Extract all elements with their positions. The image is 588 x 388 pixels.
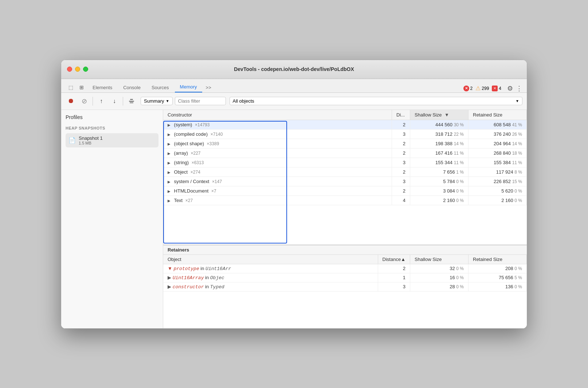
chevron-down-icon-2: ▼ — [516, 99, 519, 103]
stop-button[interactable]: ⊘ — [79, 96, 90, 107]
tab-memory[interactable]: Memory — [175, 82, 202, 92]
error-badge[interactable]: ✕ 2 — [463, 86, 473, 91]
table-row[interactable]: ▶ Object ×274 2 7 656 1 % 117 924 8 % — [163, 167, 527, 177]
ret-expand-icon[interactable]: ▶ — [168, 284, 171, 289]
download-button[interactable]: ↓ — [109, 96, 120, 107]
distance-cell: 2 — [392, 120, 410, 129]
ret-suffix: Objec — [210, 275, 224, 281]
expand-icon[interactable]: ▶ — [168, 132, 173, 136]
right-panel: Constructor Di... Shallow Size ▼ Retaine… — [163, 110, 527, 328]
warning-badge[interactable]: ⚠ 299 — [475, 85, 489, 92]
tab-elements[interactable]: Elements — [87, 83, 117, 92]
constructor-header[interactable]: Constructor — [163, 110, 392, 120]
class-filter-input[interactable] — [175, 97, 226, 105]
tab-sources[interactable]: Sources — [146, 83, 174, 92]
snapshot-size: 1.5 MB — [79, 141, 103, 145]
toolbar-separator-2 — [123, 97, 123, 106]
more-options-icon[interactable]: ⋮ — [516, 84, 522, 92]
expand-icon[interactable]: ▶ — [168, 161, 173, 165]
distance-cell: 2 — [392, 167, 410, 177]
ret-retained-cell: 208 0 % — [469, 264, 527, 273]
shallow-cell: 167 416 11 % — [410, 148, 469, 158]
ret-distance-cell: 3 — [378, 282, 410, 291]
table-row[interactable]: ▶ (array) ×227 2 167 416 11 % 268 840 18… — [163, 148, 527, 158]
table-row[interactable]: ▶ (system) ×14793 2 444 560 30 % 608 548… — [163, 120, 527, 129]
expand-icon[interactable]: ▶ — [168, 123, 173, 127]
more-tabs[interactable]: >> — [203, 83, 214, 92]
ret-expand-icon[interactable]: ▼ — [168, 266, 172, 271]
device-icon[interactable]: ⊞ — [77, 82, 87, 92]
svg-rect-2 — [130, 102, 133, 103]
retainer-row[interactable]: ▶ Uint16Array in Objec 1 16 0 % 75 656 5… — [163, 273, 527, 282]
constructor-cell: ▶ (system) ×14793 — [163, 120, 392, 129]
expand-icon[interactable]: ▶ — [168, 189, 173, 193]
heap-table-container[interactable]: Constructor Di... Shallow Size ▼ Retaine… — [163, 110, 527, 245]
summary-dropdown[interactable]: Summary ▼ — [141, 97, 173, 105]
window-title: DevTools - codepen.io/web-dot-dev/live/P… — [234, 66, 354, 72]
count-badge: ×227 — [191, 151, 201, 156]
retainer-row[interactable]: ▶ constructor in Typed 3 28 0 % 136 0 % — [163, 282, 527, 291]
settings-icon[interactable]: ⚙ — [507, 84, 513, 92]
ret-expand-icon[interactable]: ▶ — [168, 275, 171, 280]
ret-suffix: Typed — [210, 284, 224, 290]
action-toolbar: ⏺ ⊘ ↑ ↓ Summary ▼ All objects ▼ — [61, 93, 527, 110]
distance-header[interactable]: Di... — [392, 110, 410, 120]
retained-cell: 608 548 41 % — [469, 120, 527, 129]
svg-rect-1 — [130, 99, 133, 100]
expand-icon[interactable]: ▶ — [168, 142, 173, 146]
clean-button[interactable] — [126, 96, 137, 107]
close-button[interactable] — [67, 67, 72, 72]
ret-prefix: prototype — [174, 266, 199, 272]
expand-icon[interactable]: ▶ — [168, 151, 173, 155]
retainer-row[interactable]: ▼ prototype in Uint16Arr 2 32 0 % 208 0 … — [163, 264, 527, 273]
maximize-button[interactable] — [83, 67, 88, 72]
chevron-down-icon: ▼ — [166, 99, 169, 103]
constructor-cell: ▶ (object shape) ×3389 — [163, 139, 392, 148]
ret-shallow-header[interactable]: Shallow Size — [410, 255, 469, 264]
info-badge[interactable]: ✕ 4 — [492, 86, 501, 91]
ret-prefix: constructor — [173, 284, 204, 290]
ret-distance-header[interactable]: Distance▲ — [378, 255, 410, 264]
info-count: 4 — [499, 86, 501, 91]
all-objects-dropdown[interactable]: All objects ▼ — [230, 97, 522, 105]
all-objects-label: All objects — [233, 98, 254, 104]
table-row[interactable]: ▶ (string) ×6313 3 155 344 11 % 155 384 … — [163, 158, 527, 167]
count-badge: ×6313 — [192, 160, 204, 165]
constructor-cell: ▶ (array) ×227 — [163, 148, 392, 158]
record-button[interactable]: ⏺ — [66, 96, 77, 107]
traffic-lights — [67, 67, 88, 72]
upload-button[interactable]: ↑ — [96, 96, 107, 107]
ret-shallow-cell: 28 0 % — [410, 282, 469, 291]
expand-icon[interactable]: ▶ — [168, 170, 173, 174]
ret-retained-header[interactable]: Retained Size — [469, 255, 527, 264]
ret-object-header[interactable]: Object — [163, 255, 378, 264]
sidebar: Profiles HEAP SNAPSHOTS 📄 Snapshot 1 1.5… — [61, 110, 163, 328]
retained-size-header[interactable]: Retained Size — [469, 110, 527, 120]
table-row[interactable]: ▶ Text ×27 4 2 160 0 % 2 160 0 % — [163, 195, 527, 205]
table-row[interactable]: ▶ system / Context ×147 3 5 784 0 % 226 … — [163, 177, 527, 186]
count-badge: ×7140 — [211, 132, 223, 137]
warn-count: 299 — [482, 86, 489, 91]
shallow-cell: 2 160 0 % — [410, 195, 469, 205]
constructor-cell: ▶ (string) ×6313 — [163, 158, 392, 167]
ret-retained-cell: 75 656 5 % — [469, 273, 527, 282]
table-row[interactable]: ▶ (object shape) ×3389 2 198 388 14 % 20… — [163, 139, 527, 148]
shallow-size-header[interactable]: Shallow Size ▼ — [410, 110, 469, 120]
expand-icon[interactable]: ▶ — [168, 199, 173, 203]
shallow-cell: 198 388 14 % — [410, 139, 469, 148]
ret-prefix: Uint16Array — [173, 275, 204, 281]
table-row[interactable]: ▶ HTMLDocument ×7 2 3 084 0 % 5 620 0 % — [163, 186, 527, 195]
info-icon: ✕ — [492, 86, 498, 91]
tab-console[interactable]: Console — [118, 83, 146, 92]
expand-icon[interactable]: ▶ — [168, 180, 173, 184]
table-row[interactable]: ▶ (compiled code) ×7140 3 318 712 22 % 3… — [163, 129, 527, 139]
ret-object-cell: ▶ Uint16Array in Objec — [163, 273, 378, 282]
heap-snapshots-title: HEAP SNAPSHOTS — [66, 126, 158, 130]
titlebar: DevTools - codepen.io/web-dot-dev/live/P… — [61, 60, 527, 79]
selector-icon[interactable]: ⬚ — [66, 82, 76, 92]
ret-suffix: Uint16Arr — [205, 266, 231, 272]
snapshot-item[interactable]: 📄 Snapshot 1 1.5 MB — [66, 133, 158, 147]
ret-retained-cell: 136 0 % — [469, 282, 527, 291]
minimize-button[interactable] — [75, 67, 80, 72]
ret-in-text: in — [205, 275, 210, 280]
